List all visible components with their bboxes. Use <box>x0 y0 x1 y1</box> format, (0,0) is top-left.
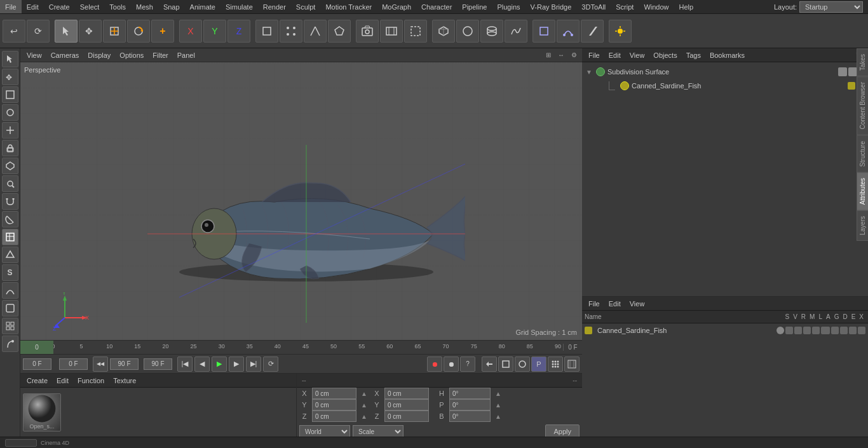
menu-simulate[interactable]: Simulate <box>220 0 258 13</box>
spline-draw-tool[interactable] <box>557 20 580 43</box>
coord-y-pos[interactable]: 0 cm <box>312 399 356 411</box>
render-region[interactable] <box>404 20 427 43</box>
go-to-start-btn[interactable]: |◀ <box>177 356 193 372</box>
bend-btn[interactable] <box>2 336 18 352</box>
apply-button[interactable]: Apply <box>545 424 580 437</box>
obj-item-fish[interactable]: Canned_Sardine_Fish <box>582 79 868 93</box>
coord-x-rot[interactable]: 0 cm <box>384 388 429 399</box>
texture-btn[interactable] <box>2 229 18 245</box>
vertex-btn[interactable] <box>2 247 18 263</box>
loop-btn[interactable]: ⟳ <box>263 356 278 372</box>
obj-menu-objects[interactable]: Objects <box>649 48 681 62</box>
material-menu-edit[interactable]: Edit <box>53 374 72 387</box>
s-tool-btn[interactable]: S <box>2 264 18 281</box>
viewport-3d[interactable]: Perspective <box>20 62 582 340</box>
material-menu-create[interactable]: Create <box>23 374 51 387</box>
coord-z-pos[interactable]: 0 cm <box>312 411 356 422</box>
record-btn[interactable]: ⏺ <box>427 356 442 372</box>
menu-mograph[interactable]: MoGraph <box>377 0 416 13</box>
tab-structure[interactable]: Structure <box>857 135 868 173</box>
col-s-val[interactable] <box>776 327 784 334</box>
obj-menu-edit[interactable]: Edit <box>605 48 625 62</box>
obj-menu-tags[interactable]: Tags <box>682 48 705 62</box>
col-g-val[interactable] <box>831 327 839 334</box>
col-l-val[interactable] <box>812 327 820 334</box>
motion-tool4[interactable]: P <box>531 356 546 372</box>
add-object-tool[interactable]: + <box>151 20 174 43</box>
motion-tool2[interactable] <box>498 356 513 372</box>
viewport-menu-cameras[interactable]: Cameras <box>47 48 83 62</box>
viewport-maximize-icon[interactable]: ⊞ <box>543 50 554 61</box>
tab-content-browser[interactable]: Content Browser <box>857 76 868 135</box>
menu-plugins[interactable]: Plugins <box>492 0 525 13</box>
menu-mesh[interactable]: Mesh <box>131 0 158 13</box>
scale-obj-btn[interactable] <box>2 86 18 103</box>
col-x-val[interactable] <box>858 327 865 334</box>
rotate-tool[interactable] <box>127 20 150 43</box>
col-m-val[interactable] <box>803 327 811 334</box>
menu-vray[interactable]: V-Ray Bridge <box>526 0 577 13</box>
play-btn[interactable]: ▶ <box>212 356 227 372</box>
go-to-end-btn[interactable]: ▶| <box>246 356 261 372</box>
step-back-btn[interactable]: ◀ <box>194 356 210 372</box>
lock-btn[interactable] <box>2 140 18 156</box>
light-tool[interactable] <box>609 20 632 43</box>
sculpt-btn[interactable] <box>2 282 18 299</box>
uv-btn[interactable] <box>2 158 18 174</box>
z-axis-tool[interactable]: Z <box>227 20 250 43</box>
magnet-btn[interactable] <box>2 193 18 210</box>
table-row[interactable]: Canned_Sardine_Fish <box>582 323 868 337</box>
move-tool[interactable]: ✥ <box>79 20 102 43</box>
motion-tool1[interactable] <box>482 356 497 372</box>
help-btn[interactable]: ? <box>460 356 475 372</box>
material-thumbnail[interactable]: Open_s... <box>23 393 61 431</box>
tab-layers[interactable]: Layers <box>857 210 868 241</box>
material-menu-texture[interactable]: Texture <box>109 374 140 387</box>
start-frame-input[interactable]: 0 F <box>23 358 51 370</box>
menu-character[interactable]: Character <box>416 0 457 13</box>
frame-prev-btn[interactable]: ◀◀ <box>93 356 108 372</box>
menu-tools[interactable]: Tools <box>104 0 131 13</box>
coord-h-val[interactable]: 0° <box>449 388 491 399</box>
col-r-val[interactable] <box>794 327 802 334</box>
spline-tool[interactable] <box>505 20 527 43</box>
film-tool[interactable] <box>380 20 403 43</box>
menu-3dtoall[interactable]: 3DToAll <box>576 0 611 13</box>
undo-button[interactable]: ↩ <box>3 20 25 43</box>
attr-menu-file[interactable]: File <box>585 297 604 310</box>
viewport-menu-options[interactable]: Options <box>116 48 147 62</box>
brush-btn[interactable] <box>2 175 18 192</box>
menu-render[interactable]: Render <box>258 0 291 13</box>
cube-tool[interactable] <box>432 20 455 43</box>
obj-menu-file[interactable]: File <box>585 48 604 62</box>
move-btn[interactable]: ✥ <box>2 69 18 85</box>
viewport-menu-panel[interactable]: Panel <box>173 48 199 62</box>
redo-button[interactable]: ⟳ <box>27 20 50 43</box>
col-d-val[interactable] <box>840 327 848 334</box>
grid-btn[interactable] <box>2 318 18 334</box>
layout-dropdown[interactable]: Startup <box>799 1 863 13</box>
cylinder-tool[interactable] <box>480 20 503 43</box>
auto-record-btn[interactable]: ⏺ <box>444 356 459 372</box>
y-axis-tool[interactable]: Y <box>203 20 226 43</box>
general-tool-btn[interactable] <box>2 122 18 139</box>
material-menu-function[interactable]: Function <box>74 374 108 387</box>
select-objects-btn[interactable] <box>2 51 18 67</box>
end-frame-input[interactable]: 90 F <box>110 358 139 370</box>
keyframe-dots[interactable] <box>548 356 563 372</box>
world-dropdown[interactable]: World <box>299 425 350 437</box>
polygon-tool[interactable] <box>532 20 555 43</box>
obj-item-subdivision[interactable]: ▼ Subdivision Surface ✓ <box>582 65 868 79</box>
motion-tool3[interactable] <box>515 356 530 372</box>
menu-script[interactable]: Script <box>611 0 639 13</box>
coord-z-rot[interactable]: 0 cm <box>384 411 429 422</box>
coord-x-pos[interactable]: 0 cm <box>312 388 356 399</box>
coord-p-val[interactable]: 0° <box>449 399 491 411</box>
tab-takes[interactable]: Takes <box>857 48 868 76</box>
obj-menu-view[interactable]: View <box>626 48 649 62</box>
menu-edit[interactable]: Edit <box>22 0 44 13</box>
current-frame-input[interactable]: 0 F <box>59 358 88 370</box>
step-forward-btn[interactable]: ▶ <box>229 356 244 372</box>
end-frame2-input[interactable]: 90 F <box>144 358 172 370</box>
menu-animate[interactable]: Animate <box>185 0 220 13</box>
